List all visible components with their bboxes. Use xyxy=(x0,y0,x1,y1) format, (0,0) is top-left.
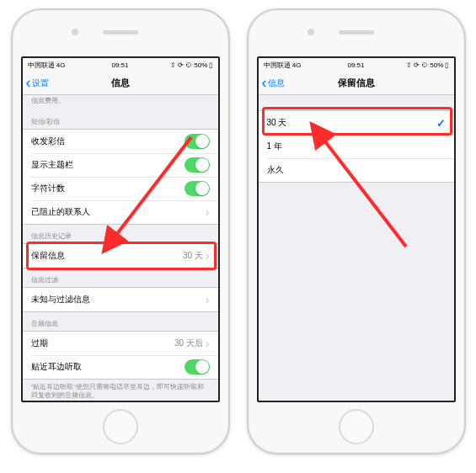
screen-keep-messages: 中国联通 4G 09:51 ⇧ ⟳ ⏲ 50% ▯ 信息 保留信息 30 天 ✓… xyxy=(257,56,456,402)
status-carrier: 中国联通 4G xyxy=(264,61,302,70)
option-forever[interactable]: 永久 xyxy=(259,158,454,182)
status-icons: ⇧ ⟳ ⏲ xyxy=(406,61,428,69)
cell-filter-unknown[interactable]: 未知与过滤信息 xyxy=(23,288,218,311)
cell-char-count[interactable]: 字符计数 xyxy=(23,177,218,200)
section-filter-header: 信息过滤 xyxy=(23,268,218,287)
keep-messages-value: 30 天 xyxy=(183,250,203,262)
checkmark-icon: ✓ xyxy=(436,117,446,130)
cell-subject-field[interactable]: 显示主题栏 xyxy=(23,153,218,177)
toggle-icon[interactable] xyxy=(185,134,210,149)
cell-keep-messages[interactable]: 保留信息 30 天 xyxy=(23,244,218,268)
content-scroll[interactable]: 30 天 ✓ 1 年 永久 xyxy=(259,95,454,401)
status-battery: 50% xyxy=(194,61,207,69)
nav-title: 保留信息 xyxy=(338,77,375,89)
home-button[interactable] xyxy=(103,409,138,444)
screen-messages-settings: 中国联通 4G 09:51 ⇧ ⟳ ⏲ 50% ▯ 设置 信息 信息费用。 短信… xyxy=(21,56,220,402)
toggle-icon[interactable] xyxy=(185,359,210,375)
toggle-icon[interactable] xyxy=(185,181,210,196)
cell-raise-to-listen[interactable]: 贴近耳边听取 xyxy=(23,355,218,379)
toggle-icon[interactable] xyxy=(185,157,210,173)
phone-frame-left: 中国联通 4G 09:51 ⇧ ⟳ ⏲ 50% ▯ 设置 信息 信息费用。 短信… xyxy=(11,8,230,454)
section-mms-header: 短信/彩信 xyxy=(23,110,218,129)
audio-expire-value: 30 天后 xyxy=(174,337,203,349)
content-scroll[interactable]: 信息费用。 短信/彩信 收发彩信 显示主题栏 字符计数 已阻止的联系人 xyxy=(23,95,218,401)
status-bar: 中国联通 4G 09:51 ⇧ ⟳ ⏲ 50% ▯ xyxy=(23,58,218,72)
option-30-days[interactable]: 30 天 ✓ xyxy=(259,111,454,135)
option-1-year[interactable]: 1 年 xyxy=(259,135,454,158)
nav-bar: 信息 保留信息 xyxy=(259,72,454,95)
header-note: 信息费用。 xyxy=(23,95,218,110)
status-carrier: 中国联通 4G xyxy=(28,61,66,70)
section-audio-header: 音频信息 xyxy=(23,312,218,331)
chevron-icon xyxy=(203,293,210,306)
cell-audio-expire[interactable]: 过期 30 天后 xyxy=(23,332,218,355)
chevron-icon xyxy=(203,205,210,219)
status-battery: 50% xyxy=(430,61,443,69)
nav-bar: 设置 信息 xyxy=(23,72,218,95)
home-button[interactable] xyxy=(339,409,374,444)
back-button[interactable]: 信息 xyxy=(262,77,285,89)
cell-mms-receive[interactable]: 收发彩信 xyxy=(23,130,218,153)
section-history-header: 信息历史记录 xyxy=(23,225,218,243)
phone-frame-right: 中国联通 4G 09:51 ⇧ ⟳ ⏲ 50% ▯ 信息 保留信息 30 天 ✓… xyxy=(247,8,466,454)
back-button[interactable]: 设置 xyxy=(26,77,49,89)
nav-title: 信息 xyxy=(111,77,130,89)
status-icons: ⇧ ⟳ ⏲ xyxy=(170,61,192,69)
audio-footnote: "贴近耳边听取"使您只需将电话举至耳边，即可快速听取和回复收到的音频信息。 xyxy=(23,380,218,401)
status-bar: 中国联通 4G 09:51 ⇧ ⟳ ⏲ 50% ▯ xyxy=(259,58,454,72)
status-time: 09:51 xyxy=(347,61,364,69)
status-time: 09:51 xyxy=(111,61,128,69)
cell-blocked-contacts[interactable]: 已阻止的联系人 xyxy=(23,200,218,224)
